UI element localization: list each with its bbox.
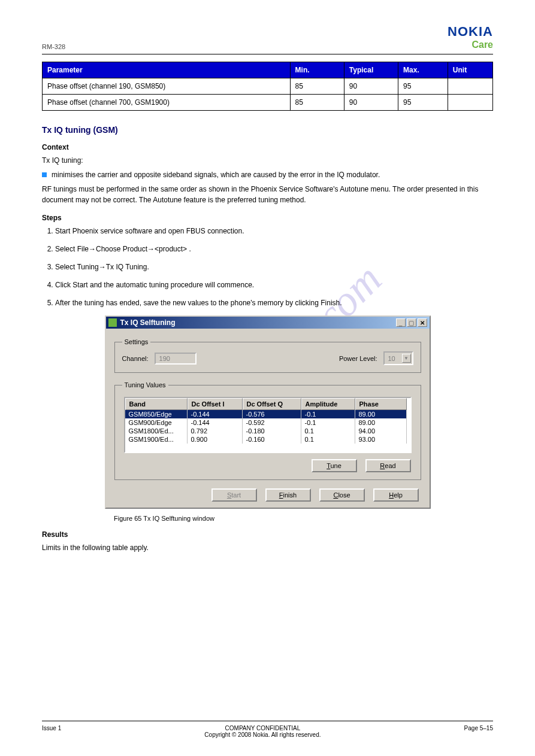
read-button[interactable]: ReadRead bbox=[365, 459, 411, 472]
app-icon bbox=[108, 318, 117, 327]
dialog-body: Settings Channel: 190 Power Level: 10 ▼ … bbox=[106, 329, 430, 508]
page-footer: Issue 1 COMPANY CONFIDENTIAL Copyright ©… bbox=[42, 721, 493, 738]
table-row: Phase offset (channel 700, GSM1900) 85 9… bbox=[43, 95, 493, 111]
table-row: Phase offset (channel 190, GSM850) 85 90… bbox=[43, 78, 493, 95]
help-button[interactable]: HelpHelp bbox=[373, 488, 419, 502]
header-product-code: RM-328 bbox=[42, 43, 65, 50]
tuning-row[interactable]: GSM1800/Ed... 0.792 -0.180 0.1 94.00 bbox=[125, 427, 410, 435]
tuning-row[interactable]: GSM900/Edge -0.144 -0.592 -0.1 89.00 bbox=[125, 418, 410, 427]
cell-band: GSM1800/Ed... bbox=[125, 427, 188, 435]
close-button[interactable]: ✕ bbox=[418, 318, 427, 327]
cell: Phase offset (channel 700, GSM1900) bbox=[43, 95, 291, 111]
tuning-values-group: Tuning Values Band Dc Offset I Dc Offset… bbox=[114, 381, 421, 480]
cell-p: 93.00 bbox=[355, 435, 407, 444]
cell: 90 bbox=[344, 95, 398, 111]
footer-center: COMPANY CONFIDENTIAL Copyright © 2008 No… bbox=[61, 725, 464, 738]
cell bbox=[448, 95, 492, 111]
context-intro: Tx IQ tuning: bbox=[42, 155, 493, 166]
cell: 90 bbox=[344, 78, 398, 95]
cell-i: -0.144 bbox=[188, 418, 243, 427]
cell: 95 bbox=[398, 78, 448, 95]
logo-sub: Care bbox=[448, 40, 493, 50]
col-parameter: Parameter bbox=[43, 62, 291, 78]
tuning-legend: Tuning Values bbox=[122, 381, 168, 388]
dialog-button-row: StartStart FinishFinish CloseClose HelpH… bbox=[114, 488, 421, 502]
tuning-row[interactable]: GSM1900/Ed... 0.900 -0.160 0.1 93.00 bbox=[125, 435, 410, 444]
context-bullet-item: minimises the carrier and opposite sideb… bbox=[42, 169, 493, 180]
col-phase[interactable]: Phase bbox=[355, 398, 407, 410]
settings-legend: Settings bbox=[122, 338, 151, 345]
cell-p: 94.00 bbox=[355, 427, 407, 435]
cell-i: 0.792 bbox=[188, 427, 243, 435]
tx-iq-dialog: Tx IQ Selftuning _ ▢ ✕ Settings Channel:… bbox=[105, 315, 431, 509]
table-header-row: Parameter Min. Typical Max. Unit bbox=[43, 62, 493, 78]
cell-a: -0.1 bbox=[301, 418, 355, 427]
close-dialog-button[interactable]: CloseClose bbox=[319, 488, 365, 502]
cell: 85 bbox=[290, 95, 344, 111]
cell bbox=[448, 78, 492, 95]
dialog-screenshot: Tx IQ Selftuning _ ▢ ✕ Settings Channel:… bbox=[42, 315, 493, 509]
settings-group: Settings Channel: 190 Power Level: 10 ▼ bbox=[114, 338, 421, 373]
col-min: Min. bbox=[290, 62, 344, 78]
context-heading: Context bbox=[42, 143, 493, 151]
tune-button[interactable]: TTuneune bbox=[312, 459, 357, 472]
footer-left: Issue 1 bbox=[42, 725, 61, 738]
powerlevel-value: 10 bbox=[388, 355, 395, 362]
powerlevel-label: Power Level: bbox=[339, 355, 377, 362]
cell-q: -0.180 bbox=[243, 427, 301, 435]
page-header: RM-328 NOKIA Care bbox=[42, 24, 493, 54]
col-dcoffset-q[interactable]: Dc Offset Q bbox=[243, 398, 301, 410]
col-amplitude[interactable]: Amplitude bbox=[301, 398, 355, 410]
steps-list: Start Phoenix service software and open … bbox=[42, 226, 493, 308]
step-item: Select File→Choose Product→<product> . bbox=[55, 244, 493, 254]
cell-i: 0.900 bbox=[188, 435, 243, 444]
figure-caption: Figure 65 Tx IQ Selftuning window bbox=[114, 515, 493, 522]
tuning-row-selected[interactable]: GSM850/Edge -0.144 -0.576 -0.1 89.00 bbox=[125, 410, 410, 418]
col-max: Max. bbox=[398, 62, 448, 78]
cell-a: 0.1 bbox=[301, 435, 355, 444]
tuning-header-row: Band Dc Offset I Dc Offset Q Amplitude P… bbox=[125, 398, 410, 410]
dialog-titlebar[interactable]: Tx IQ Selftuning _ ▢ ✕ bbox=[106, 317, 430, 329]
cell: 85 bbox=[290, 78, 344, 95]
cell-p: 89.00 bbox=[355, 418, 407, 427]
cell-a: -0.1 bbox=[301, 410, 355, 418]
logo-main: NOKIA bbox=[448, 24, 493, 40]
steps-heading: Steps bbox=[42, 214, 493, 222]
step-item: Start Phoenix service software and open … bbox=[55, 226, 493, 236]
col-dcoffset-i[interactable]: Dc Offset I bbox=[188, 398, 243, 410]
tuning-table: Band Dc Offset I Dc Offset Q Amplitude P… bbox=[124, 397, 412, 453]
results-text: Limits in the following table apply. bbox=[42, 542, 493, 553]
cell-i: -0.144 bbox=[188, 410, 243, 418]
parameter-table: Parameter Min. Typical Max. Unit Phase o… bbox=[42, 62, 493, 111]
footer-confidential: COMPANY CONFIDENTIAL bbox=[61, 725, 464, 731]
bullet-text: minimises the carrier and opposite sideb… bbox=[52, 169, 380, 180]
col-band[interactable]: Band bbox=[125, 398, 188, 410]
channel-input: 190 bbox=[155, 353, 197, 365]
channel-label: Channel: bbox=[122, 355, 149, 362]
minimize-button[interactable]: _ bbox=[396, 318, 406, 327]
footer-copyright: Copyright © 2008 Nokia. All rights reser… bbox=[61, 731, 464, 738]
step-item: After the tuning has ended, save the new… bbox=[55, 297, 493, 308]
cell-band: GSM1900/Ed... bbox=[125, 435, 188, 444]
group-button-row: TTuneune ReadRead bbox=[122, 459, 413, 472]
col-unit: Unit bbox=[448, 62, 492, 78]
results-heading: Results bbox=[42, 530, 493, 539]
maximize-button[interactable]: ▢ bbox=[407, 318, 416, 327]
cell-p: 89.00 bbox=[355, 410, 407, 418]
col-typical: Typical bbox=[344, 62, 398, 78]
settings-row: Channel: 190 Power Level: 10 ▼ bbox=[122, 351, 413, 365]
cell-q: -0.160 bbox=[243, 435, 301, 444]
cell: 95 bbox=[398, 95, 448, 111]
titlebar-buttons: _ ▢ ✕ bbox=[396, 318, 427, 327]
cell-band: GSM900/Edge bbox=[125, 418, 188, 427]
dialog-title: Tx IQ Selftuning bbox=[120, 318, 176, 327]
chevron-down-icon: ▼ bbox=[402, 354, 411, 363]
square-bullet-icon bbox=[42, 172, 47, 177]
start-button[interactable]: StartStart bbox=[211, 488, 257, 502]
finish-button[interactable]: FinishFinish bbox=[265, 488, 311, 502]
cell-band: GSM850/Edge bbox=[125, 410, 188, 418]
context-paragraph: RF tunings must be performed in the same… bbox=[42, 184, 493, 205]
cell-a: 0.1 bbox=[301, 427, 355, 435]
step-item: Select Tuning→Tx IQ Tuning. bbox=[55, 262, 493, 272]
powerlevel-select: 10 ▼ bbox=[383, 351, 413, 365]
